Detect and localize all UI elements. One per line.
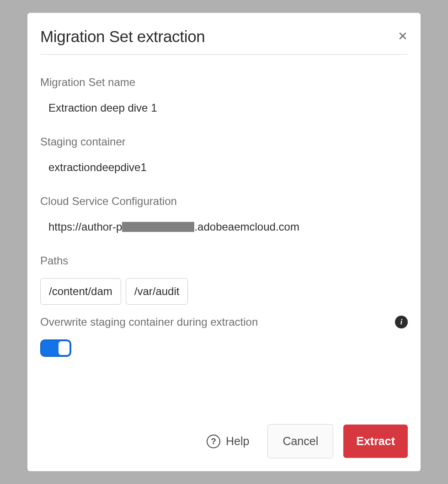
migration-set-name-label: Migration Set name	[40, 76, 408, 89]
redacted-segment	[122, 222, 194, 232]
overwrite-toggle[interactable]	[40, 339, 71, 357]
paths-field: Paths /content/dam /var/audit	[40, 254, 408, 305]
dialog-title: Migration Set extraction	[40, 27, 205, 46]
staging-container-field: Staging container extractiondeepdive1	[40, 135, 408, 174]
migration-set-name-value: Extraction deep dive 1	[40, 102, 408, 114]
path-tag[interactable]: /content/dam	[40, 278, 121, 305]
overwrite-label: Overwrite staging container during extra…	[40, 316, 258, 328]
cloud-config-label: Cloud Service Configuration	[40, 195, 408, 208]
cloud-config-url-suffix: .adobeaemcloud.com	[194, 220, 299, 233]
close-icon[interactable]: ✕	[398, 27, 408, 42]
help-label: Help	[226, 435, 249, 448]
paths-container: /content/dam /var/audit	[40, 278, 408, 305]
extract-button[interactable]: Extract	[343, 425, 408, 458]
migration-extraction-dialog: Migration Set extraction ✕ Migration Set…	[27, 13, 421, 471]
cloud-config-field: Cloud Service Configuration https://auth…	[40, 195, 408, 233]
staging-container-value: extractiondeepdive1	[40, 161, 408, 174]
cloud-config-url-prefix: https://author-p	[48, 220, 122, 233]
toggle-knob	[59, 341, 69, 355]
dialog-footer: ? Help Cancel Extract	[40, 415, 408, 458]
cloud-config-value: https://author-p.adobeaemcloud.com	[40, 220, 408, 233]
path-tag[interactable]: /var/audit	[126, 278, 188, 305]
help-link[interactable]: ? Help	[207, 435, 249, 448]
cancel-button[interactable]: Cancel	[267, 424, 333, 458]
dialog-header: Migration Set extraction ✕	[40, 27, 408, 55]
info-icon[interactable]: i	[395, 316, 408, 328]
migration-set-name-field: Migration Set name Extraction deep dive …	[40, 76, 408, 114]
paths-label: Paths	[40, 254, 408, 267]
overwrite-row: Overwrite staging container during extra…	[40, 316, 408, 328]
staging-container-label: Staging container	[40, 135, 408, 148]
dialog-body: Migration Set name Extraction deep dive …	[40, 55, 408, 415]
help-icon: ?	[207, 435, 220, 448]
